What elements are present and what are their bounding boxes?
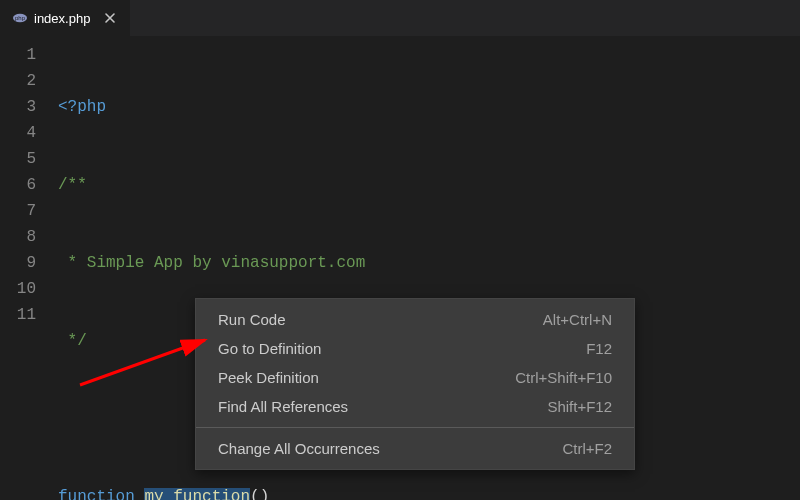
comment: * Simple App by vinasupport.com — [58, 254, 365, 272]
comment: */ — [58, 332, 87, 350]
menu-label: Go to Definition — [218, 340, 321, 357]
php-open-tag: <?php — [58, 98, 106, 116]
php-file-icon: php — [12, 10, 28, 26]
close-icon[interactable] — [102, 10, 118, 26]
line-number: 7 — [0, 198, 36, 224]
line-number: 1 — [0, 42, 36, 68]
menu-label: Peek Definition — [218, 369, 319, 386]
menu-separator — [196, 427, 634, 428]
line-number: 9 — [0, 250, 36, 276]
line-number: 2 — [0, 68, 36, 94]
line-number: 11 — [0, 302, 36, 328]
line-number: 4 — [0, 120, 36, 146]
paren: () — [250, 488, 269, 500]
menu-shortcut: Shift+F12 — [547, 398, 612, 415]
line-number: 6 — [0, 172, 36, 198]
menu-shortcut: F12 — [586, 340, 612, 357]
line-number: 3 — [0, 94, 36, 120]
menu-change-all-occurrences[interactable]: Change All Occurrences Ctrl+F2 — [196, 434, 634, 463]
menu-peek-definition[interactable]: Peek Definition Ctrl+Shift+F10 — [196, 363, 634, 392]
menu-label: Find All References — [218, 398, 348, 415]
function-name-def: my_function — [144, 488, 250, 500]
tab-bar: php index.php — [0, 0, 800, 36]
menu-go-to-definition[interactable]: Go to Definition F12 — [196, 334, 634, 363]
menu-run-code[interactable]: Run Code Alt+Ctrl+N — [196, 305, 634, 334]
context-menu: Run Code Alt+Ctrl+N Go to Definition F12… — [195, 298, 635, 470]
menu-shortcut: Alt+Ctrl+N — [543, 311, 612, 328]
line-number: 10 — [0, 276, 36, 302]
menu-find-all-references[interactable]: Find All References Shift+F12 — [196, 392, 634, 421]
keyword-function: function — [58, 488, 135, 500]
menu-label: Run Code — [218, 311, 286, 328]
menu-label: Change All Occurrences — [218, 440, 380, 457]
tab-label: index.php — [34, 11, 90, 26]
comment: /** — [58, 176, 87, 194]
menu-shortcut: Ctrl+F2 — [562, 440, 612, 457]
svg-text:php: php — [15, 15, 26, 21]
line-number-gutter: 1 2 3 4 5 6 7 8 9 10 11 — [0, 36, 50, 500]
line-number: 5 — [0, 146, 36, 172]
tab-index-php[interactable]: php index.php — [0, 0, 131, 36]
line-number: 8 — [0, 224, 36, 250]
menu-shortcut: Ctrl+Shift+F10 — [515, 369, 612, 386]
